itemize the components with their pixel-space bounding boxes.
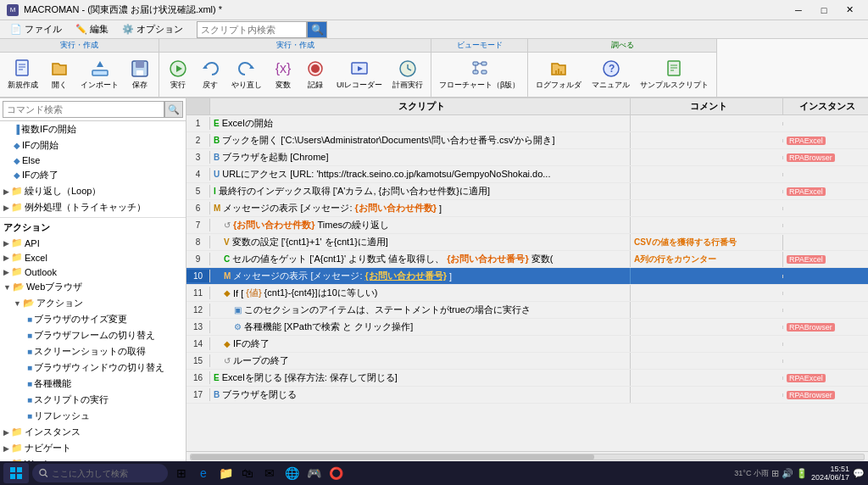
table-row[interactable]: 15 ↺ ループの終了 [186,353,868,370]
taskbar-icon-folder[interactable]: 📁 [215,463,236,483]
row-icon: ◆ [224,339,231,348]
start-button[interactable] [3,463,29,483]
log-folder-icon [548,59,569,79]
sidebar-item-browser-window[interactable]: ■ ブラウザウィンドウの切り替え [0,360,186,376]
command-search-button[interactable]: 🔍 [164,101,183,118]
taskbar-search[interactable] [32,464,168,482]
taskbar-icon-game[interactable]: 🎮 [303,463,324,483]
sidebar-item-if-end[interactable]: ◆ IFの終了 [0,167,186,183]
sample-script-icon [665,59,685,79]
table-row[interactable]: 2 B ブックを開く ['C:\Users\Administrator\Docu… [186,132,868,149]
row-text: URLにアクセス [URL: 'https://track.seino.co.j… [222,168,550,181]
row-instance [783,309,868,312]
sidebar-item-multi-if[interactable]: ▐ 複数IFの開始 [0,121,186,137]
sidebar-item-navigate[interactable]: ▶ 📁 ナビゲート [0,440,186,456]
table-row[interactable]: 13 ⚙ 各種機能 [XPathで検索 と クリック操作] RPABrowser [186,319,868,336]
taskbar-icon-explorer[interactable]: ⊞ [171,463,192,483]
sidebar-item-browser-frame[interactable]: ■ ブラウザフレームの切り替え [0,327,186,343]
sidebar-item-browser-resize[interactable]: ■ ブラウザのサイズ変更 [0,311,186,327]
table-row[interactable]: 7 ↺ {お問い合わせ件数} Timesの繰り返し [186,217,868,234]
taskbar-icon-chrome[interactable]: 🌐 [281,463,302,483]
toolbar-import-button[interactable]: インポート [76,56,123,93]
toolbar-redo-button[interactable]: やり直し [227,56,266,93]
execute-label: 実行 [170,80,186,91]
table-row[interactable]: 8 V 変数の設定 ['{cnt1}+1' を{cnt1}に適用] CSVの値を… [186,234,868,251]
minimize-button[interactable]: ─ [787,2,810,19]
sidebar-item-screenshot[interactable]: ■ スクリーンショットの取得 [0,343,186,360]
table-row[interactable]: 17 B ブラウザを閉じる RPABrowser [186,387,868,404]
toolbar-scheduled-run-button[interactable]: 計画実行 [388,56,427,93]
table-row[interactable]: 1 E Excelの開始 [186,115,868,132]
row-icon: ↺ [224,356,231,365]
toolbar-sample-script-button[interactable]: サンプルスクリプト [636,56,713,93]
toolbar-section-title-create: 実行・作成 [0,39,159,53]
toolbar-log-folder-button[interactable]: ログフォルダ [531,56,586,93]
table-row[interactable]: 12 ▣ このセクションのアイテムは、ステートメントがtrueの場合に実行さ [186,302,868,319]
taskbar-icon-pokemon[interactable]: ⭕ [326,463,346,483]
sidebar-item-outlook[interactable]: ▶ 📁 Outlook [0,265,186,279]
sidebar-item-execute-script[interactable]: ■ スクリプトの実行 [0,392,186,408]
sidebar-item-actions-sub[interactable]: ▼ 📂 アクション [0,295,186,311]
svg-marker-5 [97,61,103,67]
taskbar-icon-edge[interactable]: e [193,463,214,483]
sidebar-item-if-start[interactable]: ◆ IFの開始 [0,137,186,153]
sidebar-item-api[interactable]: ▶ 📁 API [0,236,186,250]
row-content: E Excelを閉じる [保存方法: 保存して閉じる] [210,370,631,386]
maximize-button[interactable]: □ [812,2,836,19]
table-row[interactable]: 11 ◆ If [{値} {cnt1}-{cnt4}]は10に等しい) [186,285,868,302]
menu-file[interactable]: 📄 ファイル [3,21,69,37]
row-instance [783,207,868,210]
script-search-input[interactable] [197,21,307,38]
sidebar-item-refresh[interactable]: ■ リフレッシュ [0,408,186,424]
sidebar-item-trycatch[interactable]: ▶ 📁 例外処理（トライキャッチ） [0,199,186,215]
table-row[interactable]: 6 M メッセージの表示 [メッセージ: {お問い合わせ件数}] [186,200,868,217]
row-content: M メッセージの表示 [メッセージ: {お問い合わせ件数}] [210,200,631,216]
svg-rect-38 [17,474,22,479]
taskbar-search-input[interactable] [52,469,161,478]
notification-icon[interactable]: 💬 [853,468,865,479]
system-tray: 31°C 小雨 ⊞ 🔊 🔋 [734,468,808,479]
sidebar-item-loop[interactable]: ▶ 📁 繰り返し（Loop） [0,183,186,199]
multi-if-icon: ▐ [14,125,19,134]
toolbar-record-button[interactable]: 記録 [300,56,331,93]
toolbar-new-button[interactable]: 新規作成 [3,56,42,93]
sidebar-item-misc[interactable]: ■ 各種機能 [0,376,186,392]
toolbar-ui-recorder-button[interactable]: UIレコーダー [332,56,387,93]
table-row[interactable]: 9 C セルの値をゲット ['A{cnt1}' より数式 値を取得し、{お問い合… [186,251,868,268]
row-comment [631,360,783,363]
table-row[interactable]: 4 U URLにアクセス [URL: 'https://track.seino.… [186,166,868,183]
toolbar-manual-button[interactable]: ? マニュアル [587,56,634,93]
close-button[interactable]: ✕ [837,2,861,19]
table-row[interactable]: 5 I 最終行のインデックス取得 ['A'カラム, {お問い合わせ件数}に適用]… [186,183,868,200]
toolbar-variable-button[interactable]: {x} 変数 [268,56,298,93]
script-search-button[interactable]: 🔍 [307,21,327,38]
time-display: 15:51 [830,465,849,473]
sidebar-item-excel[interactable]: ▶ 📁 Excel [0,250,186,265]
sidebar-item-instance[interactable]: ▶ 📁 インスタンス [0,424,186,440]
table-row[interactable]: 14 ◆ IFの終了 [186,336,868,353]
toolbar-flowchart-button[interactable]: フローチャート（β版） [435,56,524,93]
row-comment [631,122,783,125]
horizontal-scrollbar[interactable] [186,451,868,461]
menu-edit[interactable]: ✏️ 編集 [69,21,115,37]
svg-text:?: ? [609,63,615,75]
taskbar-icon-store[interactable]: 🛍 [237,463,258,483]
trycatch-expand-icon: ▶ [3,203,9,212]
row-instance: RPABrowser [783,388,868,401]
taskbar-icon-mail[interactable]: ✉ [259,463,280,483]
table-row[interactable]: 10 M メッセージの表示 [メッセージ: {お問い合わせ番号}] [186,268,868,285]
toolbar-open-button[interactable]: 開く [44,56,75,93]
toolbar-undo-button[interactable]: 戻す [195,56,225,93]
sidebar-item-word[interactable]: ▶ 📁 Word [0,456,186,461]
row-comment [631,376,783,380]
command-search-input[interactable] [3,101,164,118]
sidebar-item-webbrowser[interactable]: ▼ 📂 Webブラウザ [0,279,186,295]
table-row[interactable]: 3 B ブラウザを起動 [Chrome] RPABrowser [186,149,868,166]
table-row[interactable]: 16 E Excelを閉じる [保存方法: 保存して閉じる] RPAExcel [186,370,868,387]
sidebar-item-else[interactable]: ◆ Else [0,153,186,167]
flowchart-icon [470,59,490,79]
row-comment [631,190,783,193]
toolbar-execute-button[interactable]: 実行 [163,56,193,93]
menu-options[interactable]: ⚙️ オプション [115,21,190,37]
toolbar-save-button[interactable]: 保存 [125,56,155,93]
